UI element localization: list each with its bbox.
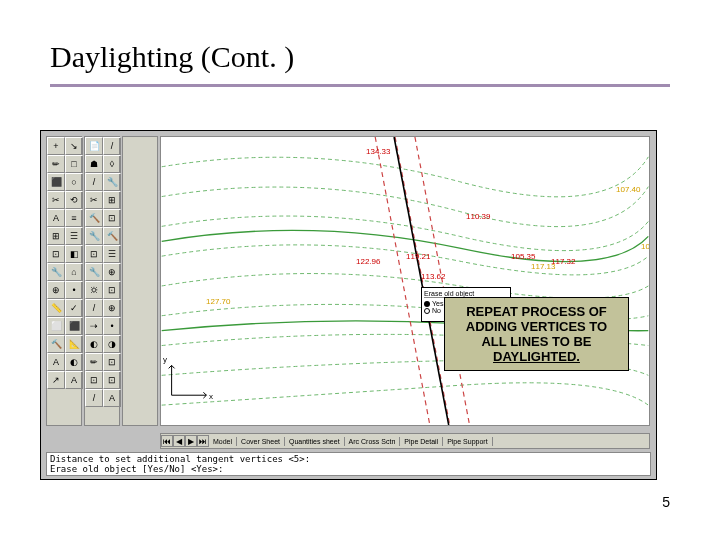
- command-line[interactable]: Distance to set additional tangent verti…: [46, 452, 651, 476]
- tool-button[interactable]: 📐: [65, 335, 83, 353]
- tool-button[interactable]: ✓: [65, 299, 83, 317]
- tool-button[interactable]: ☰: [65, 227, 83, 245]
- tool-button[interactable]: ⊡: [85, 371, 103, 389]
- tool-button[interactable]: ✂: [85, 191, 103, 209]
- tool-button[interactable]: A: [47, 353, 65, 371]
- contour-lines: [161, 137, 649, 425]
- tool-button[interactable]: 🔨: [85, 209, 103, 227]
- page-number: 5: [662, 494, 670, 510]
- elevation-label: 106.26: [641, 242, 650, 251]
- svg-line-2: [415, 137, 470, 425]
- left-toolbar-2: 📄/☗◊/🔧✂⊞🔨⊡🔧🔨⊡☰🔧⊕⛭⊡/⊕⇢•◐◑✏⊡⊡⊡/A: [84, 136, 120, 426]
- tool-button[interactable]: 📄: [85, 137, 103, 155]
- tool-button[interactable]: A: [103, 389, 121, 407]
- tool-button[interactable]: A: [65, 371, 83, 389]
- title-divider: [50, 84, 670, 87]
- tool-button[interactable]: •: [65, 281, 83, 299]
- tool-button[interactable]: ⊡: [47, 245, 65, 263]
- tool-button[interactable]: ⊡: [103, 209, 121, 227]
- tool-button[interactable]: ✏: [47, 155, 65, 173]
- elevation-label: 134.33: [366, 147, 390, 156]
- tool-button[interactable]: ☗: [85, 155, 103, 173]
- tool-button[interactable]: ⊡: [103, 371, 121, 389]
- tool-button[interactable]: ◧: [65, 245, 83, 263]
- tool-button[interactable]: 🔨: [47, 335, 65, 353]
- tool-button[interactable]: ⬛: [65, 317, 83, 335]
- tool-button[interactable]: ◐: [65, 353, 83, 371]
- callout-line: ADDING VERTICES TO: [453, 319, 620, 334]
- svg-line-1: [395, 137, 450, 425]
- tool-button[interactable]: •: [103, 317, 121, 335]
- tool-button[interactable]: ⊕: [103, 299, 121, 317]
- tool-button[interactable]: ⊕: [47, 281, 65, 299]
- tool-button[interactable]: /: [85, 173, 103, 191]
- tool-button[interactable]: 🔧: [103, 173, 121, 191]
- tool-button[interactable]: ⬛: [47, 173, 65, 191]
- tool-button[interactable]: ↘: [65, 137, 83, 155]
- tool-button[interactable]: ◊: [103, 155, 121, 173]
- axis-y-label: y: [163, 355, 167, 364]
- toolbar-spacer: [122, 136, 158, 426]
- cad-screenshot: +↘✏□⬛○✂⟲A≡⊞☰⊡◧🔧⌂⊕•📏✓⬜⬛🔨📐A◐↗A 📄/☗◊/🔧✂⊞🔨⊡🔧…: [40, 130, 657, 480]
- dialog-yes[interactable]: Yes: [432, 300, 443, 307]
- tool-button[interactable]: /: [103, 137, 121, 155]
- sheet-tab[interactable]: Model: [209, 437, 237, 446]
- tool-button[interactable]: 📏: [47, 299, 65, 317]
- elevation-label: 107.40: [616, 185, 640, 194]
- elevation-label: 110.39: [466, 212, 490, 221]
- sheet-tab[interactable]: Pipe Detail: [400, 437, 443, 446]
- tool-button[interactable]: ⬜: [47, 317, 65, 335]
- slide-title: Daylighting (Cont. ): [50, 40, 670, 74]
- callout-line: ALL LINES TO BE: [453, 334, 620, 349]
- tool-button[interactable]: /: [85, 389, 103, 407]
- elevation-label: 113.62: [421, 272, 445, 281]
- tab-next-icon[interactable]: ▶: [185, 435, 197, 447]
- tool-button[interactable]: ⛭: [85, 281, 103, 299]
- tool-button[interactable]: 🔧: [85, 263, 103, 281]
- tool-button[interactable]: ⊡: [103, 353, 121, 371]
- tool-button[interactable]: ⊞: [47, 227, 65, 245]
- sheet-tab[interactable]: Quantities sheet: [285, 437, 345, 446]
- elevation-label: 117.32: [551, 257, 575, 266]
- elevation-label: 127.70: [206, 297, 230, 306]
- tool-button[interactable]: ⊕: [103, 263, 121, 281]
- command-text-2: Erase old object [Yes/No] <Yes>:: [50, 464, 647, 474]
- callout-line: REPEAT PROCESS OF: [453, 304, 620, 319]
- tool-button[interactable]: A: [47, 209, 65, 227]
- tool-button[interactable]: □: [65, 155, 83, 173]
- dialog-no[interactable]: No: [432, 307, 441, 314]
- tool-button[interactable]: ⇢: [85, 317, 103, 335]
- tool-button[interactable]: ⊞: [103, 191, 121, 209]
- tool-button[interactable]: ↗: [47, 371, 65, 389]
- drawing-canvas[interactable]: y x 134.33110.39107.40122.96119.21113.62…: [160, 136, 650, 426]
- tool-button[interactable]: ⌂: [65, 263, 83, 281]
- instruction-callout: REPEAT PROCESS OF ADDING VERTICES TO ALL…: [444, 297, 629, 371]
- tool-button[interactable]: 🔧: [47, 263, 65, 281]
- tool-button[interactable]: +: [47, 137, 65, 155]
- tab-last-icon[interactable]: ⏭: [197, 435, 209, 447]
- tool-button[interactable]: /: [85, 299, 103, 317]
- tool-button[interactable]: 🔨: [103, 227, 121, 245]
- tool-button[interactable]: 🔧: [85, 227, 103, 245]
- elevation-label: 105.35: [511, 252, 535, 261]
- tool-button[interactable]: ⊡: [103, 281, 121, 299]
- tool-button[interactable]: ○: [65, 173, 83, 191]
- tool-button[interactable]: ⊡: [85, 245, 103, 263]
- tool-button[interactable]: ≡: [65, 209, 83, 227]
- tab-prev-icon[interactable]: ◀: [173, 435, 185, 447]
- sheet-tab[interactable]: Cover Sheet: [237, 437, 285, 446]
- tool-button[interactable]: ✏: [85, 353, 103, 371]
- tool-button[interactable]: ◑: [103, 335, 121, 353]
- tool-button[interactable]: ◐: [85, 335, 103, 353]
- tab-first-icon[interactable]: ⏮: [161, 435, 173, 447]
- tool-button[interactable]: ✂: [47, 191, 65, 209]
- axis-x-label: x: [209, 392, 213, 401]
- tool-button[interactable]: ⟲: [65, 191, 83, 209]
- elevation-label: 122.96: [356, 257, 380, 266]
- sheet-tabs: ⏮ ◀ ▶ ⏭ ModelCover SheetQuantities sheet…: [160, 433, 650, 449]
- tool-button[interactable]: ☰: [103, 245, 121, 263]
- command-text-1: Distance to set additional tangent verti…: [50, 454, 647, 464]
- callout-line: DAYLIGHTED.: [453, 349, 620, 364]
- sheet-tab[interactable]: Arc Cross Sctn: [345, 437, 401, 446]
- sheet-tab[interactable]: Pipe Support: [443, 437, 492, 446]
